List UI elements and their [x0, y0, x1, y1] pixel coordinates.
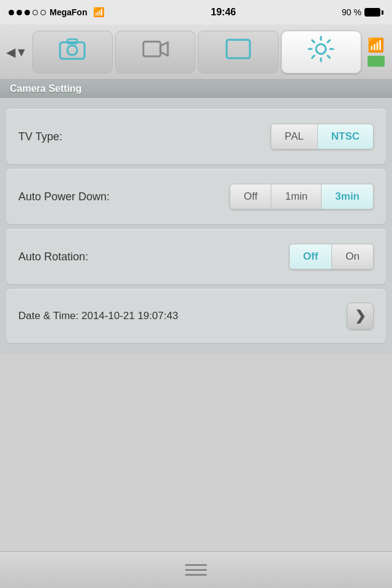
bottom-bar: [0, 551, 392, 588]
auto-rotation-control: Off On: [289, 244, 374, 270]
power-down-1min[interactable]: 1min: [271, 184, 322, 209]
tv-type-pal[interactable]: PAL: [271, 124, 318, 149]
status-time: 19:46: [211, 7, 236, 18]
settings-icon: [307, 36, 334, 68]
signal-dot-3: [24, 10, 30, 15]
section-title-text: Camera Setting: [10, 83, 81, 94]
main-content: TV Type: PAL NTSC Auto Power Down: Off 1…: [0, 98, 392, 354]
rotation-on[interactable]: On: [332, 244, 373, 269]
auto-rotation-label: Auto Rotation:: [18, 251, 88, 263]
photo-icon: [59, 38, 86, 66]
signal-dot-2: [17, 10, 22, 15]
hamburger-line-1: [185, 564, 207, 566]
tab-video[interactable]: [115, 31, 195, 74]
carrier-name: MegaFon: [50, 7, 87, 17]
datetime-value: 2014-10-21 19:07:43: [81, 310, 178, 322]
auto-power-down-control: Off 1min 3min: [230, 184, 374, 209]
back-button[interactable]: ◀▼: [4, 45, 30, 59]
power-down-3min[interactable]: 3min: [322, 184, 373, 209]
wifi-icon: 📶: [93, 7, 105, 18]
signal-dot-4: [32, 10, 38, 15]
hamburger-line-2: [185, 569, 207, 571]
rotation-off[interactable]: Off: [290, 244, 333, 269]
svg-rect-4: [227, 40, 250, 58]
battery-icon: [364, 8, 383, 17]
tv-type-control: PAL NTSC: [271, 124, 374, 149]
tv-type-label: TV Type:: [18, 130, 62, 143]
signal-dots: [9, 10, 46, 15]
hamburger-line-3: [185, 574, 207, 576]
side-icons: 📶: [364, 37, 388, 67]
connection-status-icon: [368, 56, 385, 67]
signal-dot-1: [9, 10, 14, 15]
datetime-chevron-button[interactable]: ❯: [347, 303, 374, 330]
datetime-row[interactable]: Date & Time: 2014-10-21 19:07:43 ❯: [6, 289, 386, 343]
svg-rect-3: [143, 42, 160, 56]
tv-type-ntsc[interactable]: NTSC: [318, 124, 373, 149]
datetime-label: Date & Time:: [18, 310, 81, 322]
tab-bar: ◀▼: [0, 24, 392, 80]
auto-power-down-label: Auto Power Down:: [18, 190, 110, 203]
auto-power-down-row: Auto Power Down: Off 1min 3min: [6, 169, 386, 224]
tab-photo[interactable]: [32, 31, 113, 74]
video-icon: [142, 38, 169, 66]
svg-point-1: [67, 45, 77, 55]
wifi-signal-icon: 📶: [368, 37, 384, 53]
tab-settings[interactable]: [281, 31, 361, 74]
hamburger-menu[interactable]: [185, 564, 207, 576]
tv-type-row: TV Type: PAL NTSC: [6, 109, 386, 164]
svg-point-5: [316, 44, 326, 54]
status-right: 90 %: [342, 7, 383, 17]
status-left: MegaFon 📶: [9, 7, 105, 18]
datetime-text: Date & Time: 2014-10-21 19:07:43: [18, 310, 178, 322]
signal-dot-5: [40, 10, 46, 15]
frame-icon: [225, 38, 252, 66]
tab-frame[interactable]: [198, 31, 278, 74]
battery-tip: [382, 10, 383, 15]
section-title: Camera Setting: [0, 80, 392, 98]
auto-rotation-row: Auto Rotation: Off On: [6, 229, 386, 284]
battery-body: [364, 8, 380, 17]
power-down-off[interactable]: Off: [230, 184, 271, 209]
battery-percent: 90 %: [342, 7, 361, 17]
status-bar: MegaFon 📶 19:46 90 %: [0, 0, 392, 24]
